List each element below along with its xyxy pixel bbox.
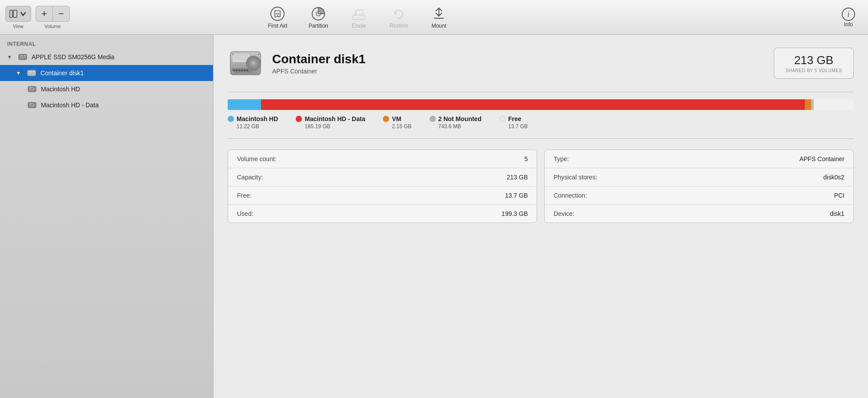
svg-rect-24 xyxy=(29,89,33,90)
separator-2 xyxy=(228,138,854,139)
volume-label: Volume xyxy=(44,24,61,29)
svg-point-46 xyxy=(258,53,260,55)
info-value-device: disk1 xyxy=(830,210,844,217)
svg-rect-25 xyxy=(28,102,36,108)
legend-macintosh-hd: Macintosh HD 11.22 GB xyxy=(228,115,278,130)
storage-bar xyxy=(228,99,854,110)
macintosh-hd-data-icon xyxy=(27,100,37,110)
partition-tool[interactable]: Partition xyxy=(298,3,339,32)
svg-rect-17 xyxy=(28,70,36,76)
legend-row: Macintosh HD 11.22 GB Macintosh HD - Dat… xyxy=(228,115,854,130)
info-row-volume-count: Volume count: 5 xyxy=(228,150,537,168)
svg-point-45 xyxy=(232,53,234,55)
mount-tool[interactable]: Mount xyxy=(419,3,459,32)
mount-label: Mount xyxy=(431,23,446,29)
info-value-capacity: 213 GB xyxy=(507,174,528,181)
volume-controls: + − xyxy=(36,6,70,22)
svg-point-47 xyxy=(232,71,234,73)
legend-name-macintosh-hd: Macintosh HD xyxy=(237,115,278,122)
info-row-device: Device: disk1 xyxy=(545,205,853,223)
svg-rect-44 xyxy=(246,69,248,71)
mount-icon xyxy=(431,6,447,22)
apple-ssd-icon xyxy=(17,52,28,62)
sidebar-item-macintosh-hd-data[interactable]: Macintosh HD - Data xyxy=(0,97,213,113)
chevron-icon: ▼ xyxy=(7,54,12,60)
legend-size-free: 13.7 GB xyxy=(499,123,528,130)
disk-header-info: Container disk1 APFS Container xyxy=(272,52,774,75)
legend-macintosh-hd-data: Macintosh HD - Data 185.19 GB xyxy=(296,115,365,130)
info-icon: i xyxy=(841,7,856,21)
svg-rect-39 xyxy=(233,69,235,71)
info-key-volume-count: Volume count: xyxy=(237,155,524,162)
legend-dot-macintosh-hd-data xyxy=(296,116,302,122)
sidebar-item-container-disk1[interactable]: ▼ Container disk1 xyxy=(0,65,213,81)
main-area: Internal ▼ APPLE SSD SM0256G Media ▼ xyxy=(0,35,868,398)
partition-label: Partition xyxy=(309,23,328,29)
legend-dot-macintosh-hd xyxy=(228,116,234,122)
legend-name-free: Free xyxy=(508,115,522,122)
restore-tool[interactable]: Restore xyxy=(379,3,419,32)
info-row-capacity: Capacity: 213 GB xyxy=(228,168,537,187)
toolbar-left: View + − Volume xyxy=(5,6,70,29)
legend-size-macintosh-hd: 11.22 GB xyxy=(228,123,278,130)
legend-dot-not-mounted xyxy=(430,116,436,122)
disk-name: Container disk1 xyxy=(272,52,774,67)
info-value-free: 13.7 GB xyxy=(505,192,528,199)
legend-size-not-mounted: 743.6 MB xyxy=(430,123,482,130)
sidebar-item-macintosh-hd[interactable]: Macintosh HD xyxy=(0,81,213,97)
info-tool[interactable]: i Info xyxy=(834,4,863,30)
svg-point-48 xyxy=(258,71,260,73)
disk-type: APFS Container xyxy=(272,68,774,75)
view-label: View xyxy=(13,24,24,29)
first-aid-tool[interactable]: First Aid xyxy=(257,3,298,32)
info-row-physical-stores: Physical stores: disk0s2 xyxy=(545,168,853,187)
svg-rect-22 xyxy=(29,87,32,89)
legend-dot-free xyxy=(499,116,506,122)
view-button[interactable] xyxy=(5,6,31,22)
storage-bar-container: Macintosh HD 11.22 GB Macintosh HD - Dat… xyxy=(228,99,854,130)
container-disk1-icon xyxy=(26,68,37,78)
restore-icon xyxy=(391,6,407,22)
container-disk1-label: Container disk1 xyxy=(40,69,84,77)
chevron-icon-container: ▼ xyxy=(16,70,21,76)
add-volume-button[interactable]: + xyxy=(36,6,53,21)
info-row-free: Free: 13.7 GB xyxy=(228,187,537,205)
svg-text:i: i xyxy=(847,10,849,19)
legend-vm: VM 2.15 GB xyxy=(383,115,411,130)
sidebar-item-apple-ssd[interactable]: ▼ APPLE SSD SM0256G Media xyxy=(0,49,213,65)
bar-macintosh-hd xyxy=(228,99,261,110)
remove-volume-button[interactable]: − xyxy=(53,6,69,21)
sidebar-section-internal: Internal xyxy=(0,38,213,49)
svg-rect-14 xyxy=(20,55,23,57)
toolbar-center: First Aid Partition xyxy=(257,3,459,32)
info-label: Info xyxy=(844,21,853,28)
info-row-connection: Connection: PCI xyxy=(545,187,853,205)
sidebar-icon xyxy=(9,10,17,18)
svg-rect-41 xyxy=(238,69,240,71)
apple-ssd-label: APPLE SSD SM0256G Media xyxy=(32,53,115,61)
disk-size: 213 GB xyxy=(785,53,843,67)
macintosh-hd-data-label: Macintosh HD - Data xyxy=(41,102,99,109)
bar-vm xyxy=(805,99,811,110)
disk-header: Container disk1 APFS Container 213 GB SH… xyxy=(228,45,854,81)
legend-name-vm: VM xyxy=(392,115,401,122)
disk-header-icon xyxy=(228,45,263,81)
svg-rect-28 xyxy=(29,106,33,106)
bar-free xyxy=(813,99,854,110)
svg-rect-40 xyxy=(236,69,237,71)
legend-not-mounted: 2 Not Mounted 743.6 MB xyxy=(430,115,482,130)
info-key-connection: Connection: xyxy=(554,192,834,199)
legend-free: Free 13.7 GB xyxy=(499,115,528,130)
first-aid-label: First Aid xyxy=(268,23,287,29)
info-key-capacity: Capacity: xyxy=(237,174,507,181)
restore-label: Restore xyxy=(390,23,408,29)
erase-tool[interactable]: Erase xyxy=(339,3,379,32)
info-value-volume-count: 5 xyxy=(524,155,528,162)
svg-rect-20 xyxy=(28,73,35,74)
disk-shared-label: SHARED BY 5 VOLUMES xyxy=(785,68,843,73)
svg-rect-15 xyxy=(24,55,26,57)
erase-icon xyxy=(351,6,367,22)
erase-label: Erase xyxy=(352,23,366,29)
chevron-down-icon xyxy=(19,10,27,18)
info-key-type: Type: xyxy=(554,155,800,162)
